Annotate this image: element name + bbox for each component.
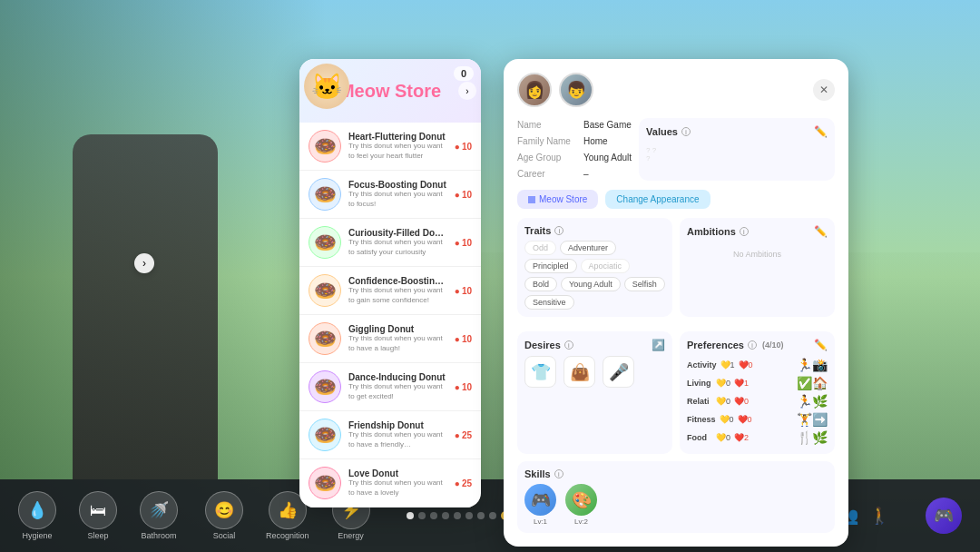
pref-activity: Activity 💛1❤️0 🏃📸 — [687, 356, 828, 374]
name-value: Base Game — [583, 120, 632, 130]
bathroom-icon[interactable]: 🚿 — [140, 491, 178, 529]
game-menu-icon[interactable]: 🎮 — [926, 498, 962, 534]
desire-bag-icon: 👜 — [564, 356, 595, 388]
store-nav-arrow[interactable]: › — [458, 82, 476, 100]
meow-store-dot — [528, 196, 535, 203]
store-item-info: Giggling DonutTry this donut when you wa… — [348, 324, 447, 353]
meow-store-button[interactable]: Meow Store — [517, 190, 598, 209]
trait-apociatic: Apociatic — [581, 259, 631, 273]
prefs-edit-icon[interactable]: ✏️ — [814, 339, 828, 351]
no-ambitions-text: No Ambitions — [687, 242, 828, 266]
dot-8[interactable] — [489, 512, 496, 519]
trait-bold: Bold — [524, 277, 557, 291]
store-item-desc: Try this donut when you want to have a l… — [348, 334, 447, 353]
avatar-1[interactable]: 👩 — [517, 73, 552, 107]
desires-title: Desires — [524, 340, 561, 350]
store-item[interactable]: 🍩Giggling DonutTry this donut when you w… — [299, 315, 481, 363]
store-item-price: ● 10 — [455, 382, 472, 392]
close-button[interactable]: ✕ — [813, 79, 835, 101]
store-item[interactable]: 🍩Curiousity-Filled DonutTry this donut w… — [299, 219, 481, 267]
avatar-2[interactable]: 👦 — [559, 73, 593, 107]
ambitions-title: Ambitions — [687, 226, 736, 237]
desires-section: Desires i ↗️ 👕 👜 🎤 — [517, 331, 672, 454]
social-group[interactable]: 😊 Social — [205, 491, 243, 540]
store-item-name: Confidence-Boosting Donut — [348, 276, 447, 286]
prefs-info-icon: i — [748, 340, 757, 350]
values-title: Values — [646, 126, 678, 137]
store-item-name: Focus-Boosting Donut — [348, 180, 447, 190]
skills-icons: 🎮 Lv:1 🎨 Lv:2 — [524, 484, 828, 526]
skills-title: Skills — [524, 468, 551, 479]
store-item-price: ● 25 — [455, 430, 472, 440]
store-item[interactable]: 🍩Heart-Fluttering DonutTry this donut wh… — [299, 123, 481, 171]
ambitions-edit-icon[interactable]: ✏️ — [814, 225, 828, 238]
dot-3[interactable] — [430, 512, 437, 519]
preferences-section: Preferences i (4/10) ✏️ Activity 💛1❤️0 🏃… — [680, 331, 835, 454]
store-item-icon: 🍩 — [309, 274, 341, 307]
traits-section: Traits i Odd Adventurer Principled Apoci… — [517, 218, 672, 317]
family-value: Home — [583, 136, 608, 146]
skills-info-icon: i — [554, 469, 564, 478]
traits-info-icon: i — [554, 226, 564, 235]
character-panel: 👩 👦 ✕ Name Base Game Family Name Home Ag… — [504, 59, 848, 547]
recognition-label: Recognition — [266, 531, 309, 540]
store-item-icon: 🍩 — [309, 322, 341, 355]
hygiene-icon[interactable]: 💧 — [18, 491, 56, 529]
trait-young-adult: Young Adult — [561, 277, 621, 291]
store-item-info: Confidence-Boosting DonutTry this donut … — [348, 276, 447, 305]
trait-tags: Odd Adventurer Principled Apociatic Bold… — [524, 241, 665, 310]
pref-food: Food 💛0❤️2 🍴🌿 — [687, 429, 828, 447]
dot-1[interactable] — [407, 512, 414, 519]
nav-arrow[interactable]: › — [134, 253, 154, 273]
skill-2-icon: 🎨 — [565, 484, 597, 516]
traits-title: Traits — [524, 225, 551, 236]
desires-edit-icon[interactable]: ↗️ — [652, 339, 665, 351]
store-item-desc: Try this donut when you want to satisfy … — [348, 238, 447, 257]
store-item-info: Friendship DonutTry this donut when you … — [348, 420, 447, 449]
character-info: Name Base Game Family Name Home Age Grou… — [517, 118, 632, 181]
store-item-desc: Try this donut when you want to have a l… — [348, 478, 447, 498]
store-item-info: Focus-Boosting DonutTry this donut when … — [348, 180, 447, 209]
store-item-price: ● 10 — [455, 334, 472, 344]
values-placeholder: ? ? ? — [646, 143, 828, 166]
energy-label: Energy — [338, 531, 364, 540]
store-item-name: Curiousity-Filled Donut — [348, 228, 447, 238]
dot-4[interactable] — [442, 512, 449, 519]
hygiene-group[interactable]: 💧 Hygiene — [18, 491, 56, 540]
social-icon[interactable]: 😊 — [205, 491, 243, 529]
trait-adventurer: Adventurer — [560, 241, 616, 255]
store-item[interactable]: 🍩Focus-Boosting DonutTry this donut when… — [299, 171, 481, 219]
social-label: Social — [213, 531, 236, 540]
store-item-price: ● 10 — [455, 238, 472, 248]
sleep-group[interactable]: 🛏 Sleep — [79, 491, 117, 540]
nav-dots — [407, 511, 510, 520]
skill-1-icon: 🎮 — [524, 484, 556, 516]
dot-5[interactable] — [454, 512, 461, 519]
store-item[interactable]: 🍩Love DonutTry this donut when you want … — [299, 459, 481, 508]
store-item-name: Giggling Donut — [348, 324, 447, 334]
store-item[interactable]: 🍩Confidence-Boosting DonutTry this donut… — [299, 267, 481, 315]
bathroom-group[interactable]: 🚿 Bathroom — [140, 491, 178, 540]
dot-2[interactable] — [418, 512, 426, 519]
store-item-desc: Try this donut when you want to gain som… — [348, 286, 447, 305]
ambitions-section: Ambitions i ✏️ No Ambitions — [680, 218, 835, 317]
sleep-icon[interactable]: 🛏 — [79, 491, 117, 529]
store-item-icon: 🍩 — [309, 178, 341, 211]
change-appearance-button[interactable]: Change Appearance — [605, 190, 710, 209]
store-item-price: ● 25 — [455, 478, 472, 488]
store-items-list: 🍩Heart-Fluttering DonutTry this donut wh… — [299, 123, 481, 508]
hygiene-label: Hygiene — [22, 531, 52, 540]
career-value: – — [583, 169, 589, 179]
pref-living: Living 💛0❤️1 ✅🏠 — [687, 374, 828, 392]
person-icon[interactable]: 🚶 — [869, 506, 889, 526]
dot-6[interactable] — [466, 512, 473, 519]
dot-7[interactable] — [477, 512, 485, 519]
meow-store-panel: 🐱 Meow Store 0 › 🍩Heart-Fluttering Donut… — [299, 59, 481, 508]
values-edit-icon[interactable]: ✏️ — [814, 125, 828, 138]
store-item[interactable]: 🍩Dance-Inducing DonutTry this donut when… — [299, 363, 481, 411]
store-item[interactable]: 🍩Friendship DonutTry this donut when you… — [299, 411, 481, 459]
preferences-count: (4/10) — [762, 340, 784, 350]
store-item-price: ● 10 — [455, 286, 472, 296]
bathroom-label: Bathroom — [141, 531, 176, 540]
store-item-info: Dance-Inducing DonutTry this donut when … — [348, 372, 447, 401]
